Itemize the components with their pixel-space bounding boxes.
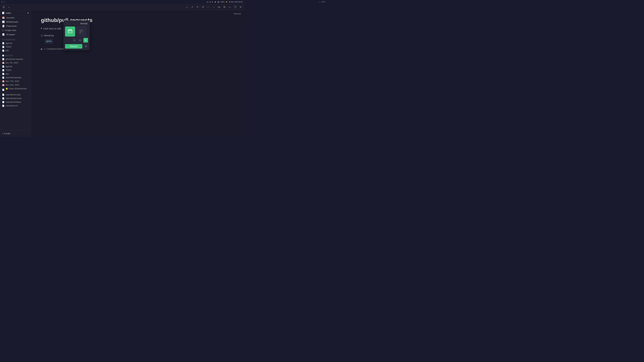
edit-placeholder-text: Click here to edit... (43, 27, 63, 31)
sidebar-recent-github-pr[interactable]: 📄 github/pull-requests (0, 57, 31, 61)
sidebar-recent-todo[interactable]: 📄 TODO (0, 68, 31, 72)
sidebar-fav-agenda[interactable]: 📄 agenda (0, 41, 31, 45)
graph-view-icon: ⬡ (2, 29, 4, 31)
recent-nov16-label: Nov 16th, 2023 (6, 84, 19, 86)
hierarchy-link-text: github (46, 39, 52, 43)
recent-claas-label: 🌟 Claas Störtenbecker ... (6, 87, 29, 92)
sidebar-recent-cal-holidays[interactable]: 📄 calendar/holidays (0, 100, 31, 104)
sidebar-recent-cal-calamari[interactable]: 📄 calendar/calamari (0, 76, 31, 79)
create-label: + Create (2, 132, 10, 135)
recent-clock-icon: 🕐 (2, 54, 4, 57)
recent-section: 🕐 RECENT (0, 52, 31, 57)
popup-record-button[interactable]: Record (65, 44, 82, 49)
sidebar-item-journals[interactable]: 📅 Journals (0, 15, 31, 20)
svg-rect-7 (80, 32, 81, 33)
sidebar-recent-cal-on-duty[interactable]: 📄 calendar/on-duty (0, 93, 31, 96)
settings-tray: ⚙ (212, 1, 213, 3)
hierarchy-icon: ⬡ (41, 33, 43, 38)
unlinked-ref-icon: ⬡ (44, 47, 46, 51)
fav-todo-label: TODO (6, 46, 11, 48)
popup-tools-row: ✕ ✕ 0 (65, 38, 88, 42)
network-icon: ⊟ (210, 1, 211, 3)
workspace-header[interactable]: 📝 notes ▾ (0, 10, 31, 15)
popup-icons-row (65, 26, 88, 36)
sidebar-fav-bdo[interactable]: 📄 bdo (0, 49, 31, 52)
recent-todo-label: TODO (6, 69, 11, 71)
page-body: Click here to edit... ⬡ Hierarchy github… (41, 27, 172, 51)
hierarchy-label: ⬡ Hierarchy (41, 33, 172, 38)
back-button[interactable]: ← (206, 5, 211, 9)
popup-icon-main[interactable] (65, 26, 75, 36)
recent-cal-personal-icon: 📄 (2, 97, 4, 99)
main-layout: 📝 notes ▾ 📅 Journals ⬜ Whiteboards 🃏 Fla… (0, 10, 244, 137)
sidebar-recent-nov16[interactable]: 📅 Nov 16th, 2023 (0, 83, 31, 87)
page-title: github/pull-requests (41, 17, 172, 23)
popup-more-icon[interactable]: ⋮ (66, 22, 68, 25)
edit-placeholder-item[interactable]: Click here to edit... (41, 27, 172, 31)
recent-dec17-icon: 📅 (2, 80, 4, 82)
minimize-button[interactable]: — (228, 5, 232, 9)
recent-cal-on-duty-icon: 📄 (2, 93, 4, 96)
popup-tool-slash[interactable]: ✕ (72, 38, 77, 42)
favorites-label: FAVORITES (4, 39, 16, 41)
sidebar-item-graph-view[interactable]: ⬡ Graph view (0, 28, 31, 32)
flashcards-label: Flashcards (6, 25, 17, 27)
sidebar-recent-agenda[interactable]: 📄 agenda (0, 65, 31, 68)
recent-nov16-icon: 📅 (2, 84, 4, 86)
favorites-section: ★ FAVORITES (0, 36, 31, 41)
search-button[interactable]: ⌕ (7, 5, 12, 9)
create-button[interactable]: + Create (2, 132, 29, 135)
sidebar-recent-dec17[interactable]: 📅 Dec 17th, 2023 (0, 79, 31, 83)
svg-rect-1 (69, 29, 70, 30)
recent-dec7-icon: 📅 (2, 62, 4, 64)
workspace-indicator: 2 (1, 1, 2, 3)
sidebar-recent-cal-personal[interactable]: 📄 calendar/personal (0, 96, 31, 100)
sidebar-recent-dec7[interactable]: 📅 Dec 7th, 2023 (0, 61, 31, 65)
sidebar-item-whiteboards[interactable]: ⬜ Whiteboards (0, 20, 31, 24)
close-button[interactable]: ✕ (238, 5, 243, 9)
toolbar-right: ⌂ ↗ ✎ ↺ ← → ••• ⧉ — ❐ ✕ (184, 5, 243, 9)
home-button[interactable]: ⌂ (184, 5, 189, 9)
maximize-button[interactable]: ❐ (233, 5, 238, 9)
fav-agenda-icon: 📄 (2, 42, 4, 44)
workspace-icon: 📝 (2, 12, 5, 14)
more-button[interactable]: ••• (217, 5, 221, 9)
graph-view-label: Graph view (5, 29, 16, 31)
hierarchy-github-link[interactable]: github (45, 39, 53, 43)
menu-button[interactable]: ☰ (1, 5, 6, 9)
forward-button[interactable]: → (211, 5, 216, 9)
link-button[interactable]: ↗ (190, 5, 194, 9)
popup-tool-cross[interactable]: ✕ (78, 38, 82, 42)
recent-github-pr-icon: 📄 (2, 58, 4, 60)
sidebar-fav-todo[interactable]: 📄 TODO (0, 45, 31, 49)
popup-refresh-button[interactable]: ↺ (83, 44, 88, 49)
edit-button[interactable]: ✎ (195, 5, 200, 9)
sidebar-recent-claas[interactable]: 📄 🌟 Claas Störtenbecker ... (0, 87, 31, 93)
bluetooth-icon: ⚡ (214, 1, 216, 3)
sidebar-item-all-pages[interactable]: 📄 All pages (0, 32, 31, 36)
sidebar-recent-cal-xcnt[interactable]: 📄 calendar/xcnt (0, 104, 31, 108)
split-button[interactable]: ⧉ (222, 5, 227, 9)
fav-agenda-label: agenda (6, 42, 12, 44)
datetime-display: 18 Dez 2023 00:41 (228, 1, 243, 3)
popup-icon-secondary[interactable] (76, 26, 86, 36)
language-indicator: us (206, 1, 208, 3)
popup-count-btn[interactable]: 0 (83, 38, 88, 42)
recent-cal-calamari-icon: 📄 (2, 76, 4, 79)
svg-rect-5 (80, 30, 81, 31)
recent-label: RECENT (5, 55, 13, 57)
unlinked-references-toggle[interactable]: ▶ ⬡ Unlinked References (41, 47, 172, 51)
window-icon: □ (4, 1, 5, 3)
recent-cal-on-duty-label: calendar/on-duty (6, 93, 20, 96)
recent-cal-personal-label: calendar/personal (6, 97, 22, 99)
popup-header: ⋮ Normal (65, 22, 88, 26)
refresh-button[interactable]: ↺ (200, 5, 205, 9)
fav-bdo-label: bdo (6, 49, 9, 52)
system-bar-left: 2 □ (1, 1, 5, 3)
app-container: ☰ ⌕ ⌂ ↗ ✎ ↺ ← → ••• ⧉ — ❐ ✕ 📝 notes ▾ (0, 4, 244, 137)
hierarchy-section: ⬡ Hierarchy github (41, 33, 172, 43)
fav-todo-icon: 📄 (2, 46, 4, 48)
sidebar-item-flashcards[interactable]: 🃏 Flashcards (0, 24, 31, 28)
sidebar-recent-bdo[interactable]: 📄 bdo (0, 72, 31, 76)
popup-title: Normal (80, 22, 88, 25)
